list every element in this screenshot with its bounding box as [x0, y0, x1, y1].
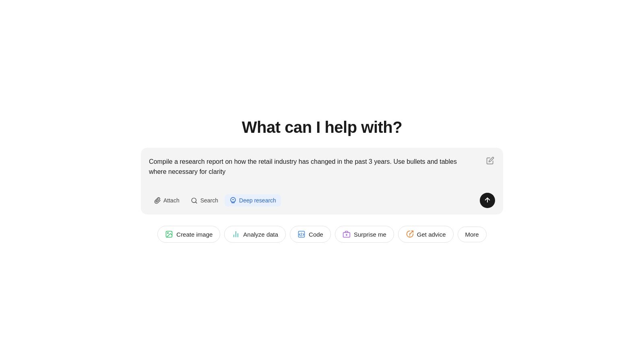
edit-icon-button[interactable] — [485, 155, 496, 167]
suggestion-bar: Create image Analyze data — [157, 226, 486, 243]
attach-button[interactable]: Attach — [149, 194, 184, 206]
analyze-data-label: Analyze data — [243, 231, 278, 238]
input-toolbar: Attach Search — [149, 193, 495, 208]
code-icon — [297, 230, 305, 238]
create-image-button[interactable]: Create image — [157, 226, 220, 243]
create-image-icon — [165, 230, 173, 238]
attach-label: Attach — [163, 197, 180, 204]
page-heading: What can I help with? — [242, 118, 402, 136]
main-input[interactable]: Compile a research report on how the ret… — [149, 157, 495, 188]
code-button[interactable]: Code — [290, 226, 331, 243]
input-box: Compile a research report on how the ret… — [141, 148, 503, 215]
get-advice-button[interactable]: Get advice — [398, 226, 454, 243]
surprise-me-label: Surprise me — [354, 231, 386, 238]
pen-icon — [486, 157, 494, 166]
main-container: What can I help with? Compile a research… — [141, 118, 503, 243]
create-image-label: Create image — [176, 231, 213, 238]
deep-research-button[interactable]: Deep research — [225, 194, 281, 206]
svg-line-10 — [301, 233, 301, 236]
send-button[interactable] — [480, 193, 495, 208]
analyze-data-button[interactable]: Analyze data — [224, 226, 286, 243]
search-icon — [191, 197, 198, 204]
surprise-me-icon — [343, 230, 351, 238]
get-advice-icon — [406, 230, 414, 238]
search-button[interactable]: Search — [186, 194, 223, 206]
deep-research-label: Deep research — [239, 197, 276, 204]
send-icon — [484, 196, 491, 205]
code-label: Code — [309, 231, 323, 238]
get-advice-label: Get advice — [417, 231, 446, 238]
svg-line-1 — [196, 202, 197, 203]
deep-research-icon — [229, 197, 237, 204]
search-label: Search — [200, 197, 218, 204]
surprise-me-button[interactable]: Surprise me — [335, 226, 394, 243]
analyze-data-icon — [232, 230, 240, 238]
more-label: More — [465, 231, 479, 238]
svg-point-5 — [167, 233, 169, 234]
attach-icon — [154, 197, 161, 204]
more-button[interactable]: More — [458, 227, 487, 242]
